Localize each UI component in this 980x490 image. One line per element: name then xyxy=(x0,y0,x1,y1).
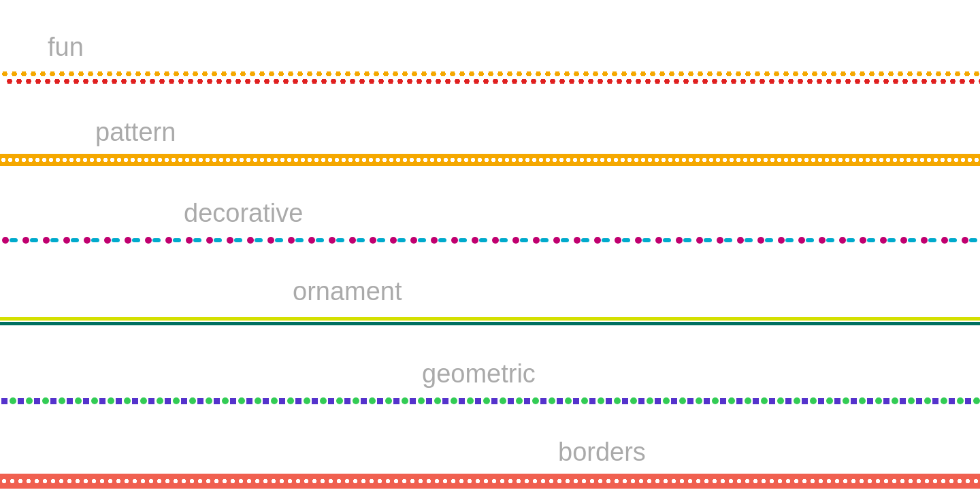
line-yellow xyxy=(0,317,980,321)
label-geometric: geometric xyxy=(0,347,980,395)
section-decorative: decorative xyxy=(0,166,980,246)
label-borders: borders xyxy=(0,425,980,474)
border-borders xyxy=(0,474,980,489)
border-ornament xyxy=(0,314,980,327)
border-decorative xyxy=(0,235,980,246)
border-geometric xyxy=(0,395,980,406)
border-geometric-inner xyxy=(0,395,980,406)
section-fun: fun xyxy=(0,0,980,85)
dots-row-yellow xyxy=(0,70,980,78)
label-pattern: pattern xyxy=(0,105,980,154)
border-pattern xyxy=(0,154,980,166)
section-ornament: ornament xyxy=(0,246,980,327)
border-fun xyxy=(0,70,980,85)
border-decorative-inner xyxy=(0,235,980,246)
line-teal xyxy=(0,322,980,325)
label-fun: fun xyxy=(0,20,980,69)
label-decorative: decorative xyxy=(0,186,980,235)
section-geometric: geometric xyxy=(0,327,980,406)
section-pattern: pattern xyxy=(0,85,980,166)
label-ornament: ornament xyxy=(0,265,980,313)
dots-row-red xyxy=(5,78,980,85)
section-borders: borders xyxy=(0,406,980,489)
